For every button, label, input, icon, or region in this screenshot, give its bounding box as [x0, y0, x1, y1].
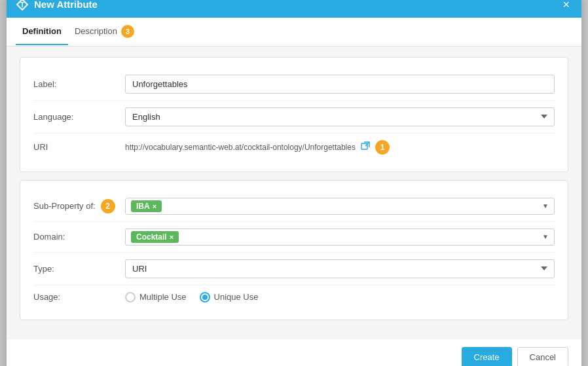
- label-input[interactable]: [125, 75, 555, 94]
- app-icon: T: [16, 0, 29, 11]
- modal-header: T New Attribute ×: [7, 0, 581, 18]
- uri-value: http://vocabulary.semantic-web.at/cockta…: [125, 143, 356, 152]
- header-left: T New Attribute: [16, 0, 98, 11]
- sub-property-input[interactable]: IBA × ▼: [125, 198, 555, 215]
- sub-property-dropdown-arrow: ▼: [542, 202, 549, 210]
- usage-row: Usage: Multiple Use Unique Use: [33, 285, 555, 309]
- external-link-icon[interactable]: [361, 141, 370, 153]
- cancel-button[interactable]: Cancel: [517, 347, 568, 367]
- sub-property-label: Sub-Property of:: [33, 201, 96, 211]
- cocktail-tag: Cocktail ×: [131, 231, 179, 243]
- sub-property-step-badge: 2: [101, 199, 115, 213]
- type-row: Type: URI String Integer Boolean: [33, 253, 555, 285]
- domain-dropdown-arrow: ▼: [542, 233, 549, 240]
- language-row: Language: English German French: [33, 101, 555, 134]
- uri-step-badge: 1: [375, 140, 390, 155]
- radio-unique-circle: [200, 292, 210, 302]
- close-button[interactable]: ×: [560, 0, 572, 13]
- radio-multiple-label: Multiple Use: [139, 292, 187, 302]
- svg-text:T: T: [20, 1, 24, 9]
- radio-multiple-use[interactable]: Multiple Use: [125, 292, 187, 302]
- type-select[interactable]: URI String Integer Boolean: [125, 259, 555, 278]
- modal-title: New Attribute: [34, 0, 98, 10]
- section-card-top: Label: Language: English German French U…: [20, 57, 568, 172]
- radio-unique-label: Unique Use: [214, 292, 259, 302]
- tab-description-badge: 3: [121, 25, 134, 38]
- iba-tag-label: IBA: [136, 202, 150, 211]
- cocktail-tag-close[interactable]: ×: [170, 233, 174, 241]
- usage-label: Usage:: [33, 292, 125, 302]
- uri-field-label: URI: [33, 142, 125, 152]
- usage-radio-group: Multiple Use Unique Use: [125, 292, 258, 302]
- tab-definition[interactable]: Definition: [16, 18, 68, 45]
- language-select[interactable]: English German French: [125, 107, 555, 126]
- language-field-label: Language:: [33, 112, 125, 122]
- radio-unique-use[interactable]: Unique Use: [200, 292, 259, 302]
- section-card-bottom: Sub-Property of: 2 IBA × ▼ Domain: Cockt…: [20, 180, 568, 320]
- uri-row: URI http://vocabulary.semantic-web.at/co…: [33, 134, 555, 161]
- iba-tag: IBA ×: [131, 200, 162, 212]
- modal-footer: Create Cancel: [7, 339, 581, 367]
- cocktail-tag-label: Cocktail: [136, 232, 167, 242]
- type-label: Type:: [33, 264, 125, 274]
- tabs-bar: Definition Description 3: [7, 18, 581, 46]
- sub-property-row: Sub-Property of: 2 IBA × ▼: [33, 191, 555, 222]
- tab-definition-label: Definition: [22, 26, 62, 36]
- domain-label: Domain:: [33, 232, 125, 242]
- radio-multiple-circle: [125, 292, 136, 302]
- iba-tag-close[interactable]: ×: [153, 202, 156, 210]
- uri-row-content: http://vocabulary.semantic-web.at/cockta…: [125, 140, 390, 155]
- create-button[interactable]: Create: [462, 347, 512, 367]
- modal-body: Label: Language: English German French U…: [7, 46, 581, 339]
- domain-row: Domain: Cocktail × ▼: [33, 222, 555, 253]
- domain-input[interactable]: Cocktail × ▼: [125, 229, 555, 246]
- label-field-label: Label:: [33, 79, 125, 89]
- new-attribute-modal: T New Attribute × Definition Description…: [7, 0, 581, 366]
- tab-description-label: Description: [75, 26, 117, 36]
- label-row: Label:: [33, 68, 555, 101]
- tab-description[interactable]: Description 3: [68, 17, 141, 47]
